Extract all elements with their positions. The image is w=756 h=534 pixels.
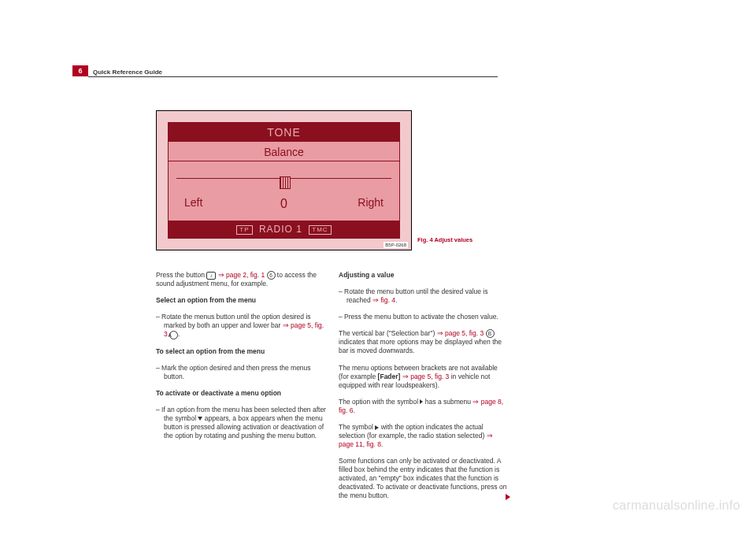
balance-label: Balance — [169, 145, 399, 161]
right-column: Adjusting a value Rotate the menu button… — [339, 271, 509, 508]
watermark: carmanualsonline.info — [613, 497, 740, 514]
frame-code: B5P-0268 — [384, 242, 408, 248]
right-p4: The symbol with the option indicates the… — [339, 423, 509, 449]
slider-thumb — [280, 176, 291, 189]
right-p2: The menu options between brackets are no… — [339, 364, 509, 390]
continue-arrow-icon — [506, 494, 510, 500]
left-li2: Mark the option desired and then press t… — [156, 364, 326, 381]
right-p1: The vertical bar ("Selection bar") ⇒ pag… — [339, 329, 509, 355]
header-title: Quick Reference Guide — [93, 68, 162, 76]
right-label: Right — [358, 195, 384, 211]
circled-a-icon: A — [169, 331, 178, 339]
left-column: Press the button ♪ ⇒ page 2, fig. 1 6 to… — [156, 271, 326, 448]
right-li1: Rotate the menu button until the desired… — [339, 287, 509, 305]
right-h1: Adjusting a value — [339, 271, 509, 280]
left-h2: To select an option from the menu — [156, 347, 326, 356]
figure-caption: Fig. 4 Adjust values — [417, 236, 472, 245]
right-li2: Press the menu button to activate the ch… — [339, 313, 509, 321]
right-p5: Some functions can only be activated or … — [339, 457, 509, 500]
left-p1: Press the button ♪ ⇒ page 2, fig. 1 6 to… — [156, 271, 326, 288]
page: 6 Quick Reference Guide TONE Balance Lef… — [0, 0, 756, 534]
left-li3: If an option from the menu has been sele… — [156, 406, 326, 440]
left-h1: Select an option from the menu — [156, 296, 326, 305]
right-p3: The option with the symbol has a submenu… — [339, 398, 509, 415]
radio-source: RADIO 1 — [259, 224, 302, 235]
tmc-badge: TMC — [309, 225, 331, 235]
circled-6-icon: 6 — [267, 271, 276, 280]
figure-radio-ui: TONE Balance Left 0 Right TP RADIO 1 TMC… — [156, 110, 412, 250]
left-h3: To activate or deactivate a menu option — [156, 389, 326, 398]
header-rule — [88, 76, 498, 77]
circled-b-icon: B — [486, 329, 495, 338]
tp-badge: TP — [236, 225, 252, 235]
page-number-tab: 6 — [72, 65, 88, 76]
music-button-icon: ♪ — [206, 272, 216, 280]
radio-screen: TONE Balance Left 0 Right TP RADIO 1 TMC — [168, 122, 400, 239]
tone-label: TONE — [169, 123, 399, 142]
radio-bottom-bar: TP RADIO 1 TMC — [169, 221, 399, 238]
balance-divider — [169, 161, 399, 161]
left-li1: Rotate the menus button until the option… — [156, 313, 326, 339]
